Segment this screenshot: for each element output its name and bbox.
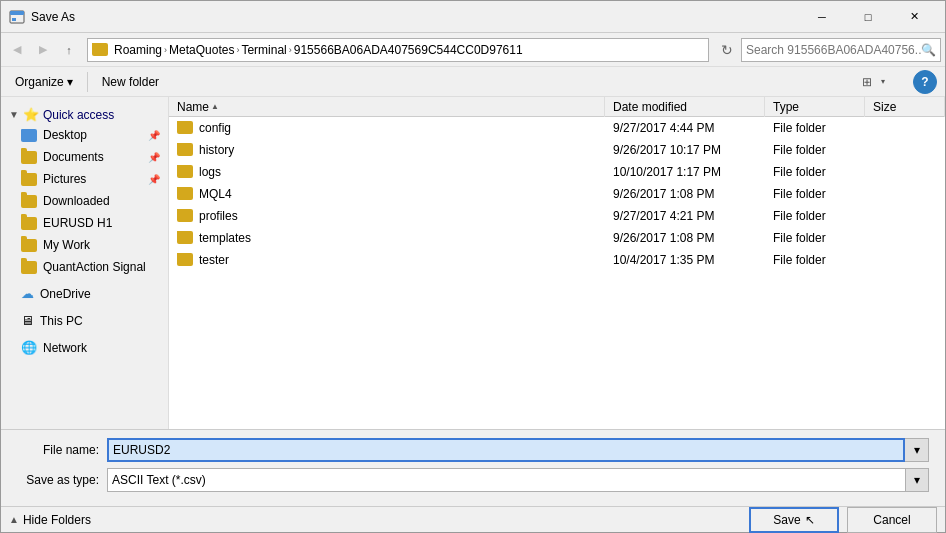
bottom-form: File name: ▾ Save as type: ASCII Text (*… xyxy=(1,429,945,506)
file-date-cell: 9/27/2017 4:44 PM xyxy=(605,121,765,135)
sidebar-item-downloaded[interactable]: Downloaded xyxy=(1,190,168,212)
file-name: profiles xyxy=(199,209,238,223)
search-input[interactable] xyxy=(746,43,921,57)
window-controls: ─ □ ✕ xyxy=(799,1,937,33)
view-controls: ⊞ ▾ xyxy=(855,70,893,94)
file-folder-icon xyxy=(177,231,193,244)
savetype-label: Save as type: xyxy=(17,473,107,487)
pin-icon: 📌 xyxy=(148,152,160,163)
sidebar-item-onedrive[interactable]: ☁ OneDrive xyxy=(1,282,168,305)
quantaction-folder-icon xyxy=(21,261,37,274)
minimize-button[interactable]: ─ xyxy=(799,1,845,33)
file-type-cell: File folder xyxy=(765,231,865,245)
navigation-bar: ◀ ▶ ↑ Roaming › MetaQuotes › Terminal › … xyxy=(1,33,945,67)
sidebar-item-pictures[interactable]: Pictures 📌 xyxy=(1,168,168,190)
back-button: ◀ xyxy=(5,38,29,62)
file-name: logs xyxy=(199,165,221,179)
file-name-cell: logs xyxy=(169,165,605,179)
save-button[interactable]: Save ↖ xyxy=(749,507,839,533)
sidebar-item-quantaction[interactable]: QuantAction Signal xyxy=(1,256,168,278)
sidebar-item-label: Pictures xyxy=(43,172,86,186)
filename-dropdown-button[interactable]: ▾ xyxy=(905,438,929,462)
file-date-cell: 9/27/2017 4:21 PM xyxy=(605,209,765,223)
documents-folder-icon xyxy=(21,151,37,164)
new-folder-button[interactable]: New folder xyxy=(96,73,165,91)
breadcrumb-id: 915566BA06ADA407569C544CC0D97611 xyxy=(294,43,523,57)
quick-access-header[interactable]: ▼ ⭐ Quick access xyxy=(1,101,168,124)
sidebar-item-label: Downloaded xyxy=(43,194,110,208)
file-date-cell: 10/4/2017 1:35 PM xyxy=(605,253,765,267)
col-header-date[interactable]: Date modified xyxy=(605,97,765,117)
breadcrumb-roaming: Roaming xyxy=(114,43,162,57)
breadcrumb: Roaming › MetaQuotes › Terminal › 915566… xyxy=(92,43,704,57)
quick-access-icon: ⭐ xyxy=(23,107,39,122)
table-row[interactable]: logs 10/10/2017 1:17 PM File folder xyxy=(169,161,945,183)
file-name-cell: tester xyxy=(169,253,605,267)
file-date-cell: 9/26/2017 1:08 PM xyxy=(605,231,765,245)
network-icon: 🌐 xyxy=(21,340,37,355)
column-headers: Name ▲ Date modified Type Size xyxy=(169,97,945,117)
table-row[interactable]: history 9/26/2017 10:17 PM File folder xyxy=(169,139,945,161)
maximize-button[interactable]: □ xyxy=(845,1,891,33)
folder-icon xyxy=(92,43,108,56)
address-bar[interactable]: Roaming › MetaQuotes › Terminal › 915566… xyxy=(87,38,709,62)
savetype-select[interactable]: ASCII Text (*.csv) xyxy=(107,468,929,492)
sidebar-item-documents[interactable]: Documents 📌 xyxy=(1,146,168,168)
col-header-size[interactable]: Size xyxy=(865,97,945,117)
col-header-type[interactable]: Type xyxy=(765,97,865,117)
file-type-cell: File folder xyxy=(765,253,865,267)
save-as-dialog: Save As ─ □ ✕ ◀ ▶ ↑ Roaming › MetaQuotes… xyxy=(0,0,946,533)
expand-collapse-icon: ▲ xyxy=(9,514,19,525)
sidebar-item-network[interactable]: 🌐 Network xyxy=(1,336,168,359)
table-row[interactable]: MQL4 9/26/2017 1:08 PM File folder xyxy=(169,183,945,205)
organize-button[interactable]: Organize ▾ xyxy=(9,73,79,91)
search-bar: 🔍 xyxy=(741,38,941,62)
table-row[interactable]: config 9/27/2017 4:44 PM File folder xyxy=(169,117,945,139)
sidebar-item-label: Desktop xyxy=(43,128,87,142)
view-button[interactable]: ⊞ xyxy=(855,70,879,94)
table-row[interactable]: profiles 9/27/2017 4:21 PM File folder xyxy=(169,205,945,227)
file-name-cell: profiles xyxy=(169,209,605,223)
svg-rect-2 xyxy=(12,18,16,21)
eurusd-folder-icon xyxy=(21,217,37,230)
breadcrumb-arrow-2: › xyxy=(289,45,292,55)
filename-row: File name: ▾ xyxy=(17,438,929,462)
sidebar: ▼ ⭐ Quick access Desktop 📌 Documents 📌 P… xyxy=(1,97,169,429)
refresh-button[interactable]: ↻ xyxy=(715,38,739,62)
window-title: Save As xyxy=(31,10,799,24)
view-dropdown[interactable]: ▾ xyxy=(881,70,893,94)
file-name: MQL4 xyxy=(199,187,232,201)
search-icon: 🔍 xyxy=(921,43,936,57)
sidebar-item-label: OneDrive xyxy=(40,287,91,301)
file-type-cell: File folder xyxy=(765,187,865,201)
sidebar-item-desktop[interactable]: Desktop 📌 xyxy=(1,124,168,146)
file-folder-icon xyxy=(177,187,193,200)
sidebar-item-eurusd[interactable]: EURUSD H1 xyxy=(1,212,168,234)
file-date-cell: 9/26/2017 10:17 PM xyxy=(605,143,765,157)
savetype-row: Save as type: ASCII Text (*.csv) ▾ xyxy=(17,468,929,492)
footer-bar: ▲ Hide Folders Save ↖ Cancel xyxy=(1,506,945,532)
pictures-folder-icon xyxy=(21,173,37,186)
window-icon xyxy=(9,9,25,25)
cancel-button[interactable]: Cancel xyxy=(847,507,937,533)
file-name-cell: history xyxy=(169,143,605,157)
file-folder-icon xyxy=(177,121,193,134)
close-button[interactable]: ✕ xyxy=(891,1,937,33)
filename-input[interactable] xyxy=(107,438,905,462)
breadcrumb-arrow-0: › xyxy=(164,45,167,55)
table-row[interactable]: templates 9/26/2017 1:08 PM File folder xyxy=(169,227,945,249)
up-button[interactable]: ↑ xyxy=(57,38,81,62)
sidebar-item-label: Network xyxy=(43,341,87,355)
file-name: tester xyxy=(199,253,229,267)
file-type-cell: File folder xyxy=(765,209,865,223)
filename-label: File name: xyxy=(17,443,107,457)
col-header-name[interactable]: Name ▲ xyxy=(169,97,605,117)
table-row[interactable]: tester 10/4/2017 1:35 PM File folder xyxy=(169,249,945,271)
cursor-icon: ↖ xyxy=(805,513,815,527)
help-button[interactable]: ? xyxy=(913,70,937,94)
sidebar-item-mywork[interactable]: My Work xyxy=(1,234,168,256)
sidebar-item-label: This PC xyxy=(40,314,83,328)
sidebar-item-thispc[interactable]: 🖥 This PC xyxy=(1,309,168,332)
dialog-buttons: Save ↖ Cancel xyxy=(749,507,937,533)
computer-icon: 🖥 xyxy=(21,313,34,328)
